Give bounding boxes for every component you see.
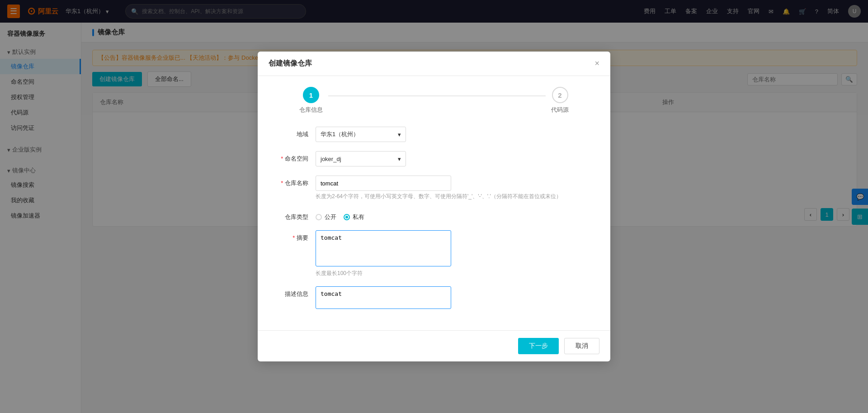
form-row-namespace: 命名空间 joker_dj ▾ bbox=[272, 151, 596, 166]
form-row-region: 地域 华东1（杭州） ▾ bbox=[272, 127, 596, 142]
repo-name-label: 仓库名称 bbox=[272, 176, 308, 187]
desc-textarea[interactable]: tomcat bbox=[316, 286, 451, 309]
chevron-down-icon: ▾ bbox=[398, 156, 401, 162]
step-2: 2 代码源 bbox=[551, 87, 569, 114]
region-label: 地域 bbox=[272, 127, 308, 138]
modal-footer: 下一步 取消 bbox=[258, 330, 610, 361]
step-1-label: 仓库信息 bbox=[299, 106, 323, 114]
modal-overlay: 创建镜像仓库 × 1 仓库信息 2 代码源 bbox=[0, 0, 868, 413]
stepper: 1 仓库信息 2 代码源 bbox=[272, 87, 596, 114]
radio-private-circle bbox=[344, 214, 350, 220]
region-select[interactable]: 华东1（杭州） ▾ bbox=[316, 127, 406, 142]
step-1-circle: 1 bbox=[303, 87, 319, 103]
close-icon[interactable]: × bbox=[594, 59, 599, 68]
cancel-button[interactable]: 取消 bbox=[564, 338, 599, 354]
repo-type-radio-group: 公开 私有 bbox=[316, 209, 596, 221]
summary-hint: 长度最长100个字符 bbox=[316, 270, 596, 277]
radio-public[interactable]: 公开 bbox=[316, 213, 336, 221]
step-1: 1 仓库信息 bbox=[299, 87, 323, 114]
next-step-button[interactable]: 下一步 bbox=[518, 338, 559, 354]
summary-textarea[interactable]: tomcat bbox=[316, 230, 451, 266]
form-row-summary: 摘要 tomcat 长度最长100个字符 bbox=[272, 230, 596, 277]
summary-label: 摘要 bbox=[272, 230, 308, 242]
radio-private[interactable]: 私有 bbox=[344, 213, 364, 221]
step-2-label: 代码源 bbox=[551, 106, 569, 114]
radio-public-circle bbox=[316, 214, 322, 220]
form-row-repo-type: 仓库类型 公开 私有 bbox=[272, 209, 596, 221]
modal-body: 1 仓库信息 2 代码源 地域 华东1（杭州） bbox=[258, 76, 610, 330]
step-2-circle: 2 bbox=[552, 87, 568, 103]
namespace-label: 命名空间 bbox=[272, 151, 308, 163]
form-row-repo-name: 仓库名称 长度为2-64个字符，可使用小写英文字母、数字、可使用分隔符'_'、'… bbox=[272, 176, 596, 200]
namespace-select[interactable]: joker_dj ▾ bbox=[316, 151, 406, 166]
modal-header: 创建镜像仓库 × bbox=[258, 52, 610, 76]
repo-type-label: 仓库类型 bbox=[272, 209, 308, 221]
repo-name-hint: 长度为2-64个字符，可使用小写英文字母、数字、可使用分隔符'_'、'-'、'.… bbox=[316, 193, 596, 200]
repo-name-input[interactable] bbox=[316, 176, 451, 191]
chevron-down-icon: ▾ bbox=[398, 131, 401, 138]
desc-label: 描述信息 bbox=[272, 286, 308, 298]
modal-title: 创建镜像仓库 bbox=[269, 59, 312, 68]
create-repo-modal: 创建镜像仓库 × 1 仓库信息 2 代码源 bbox=[258, 52, 610, 361]
form-row-desc: 描述信息 tomcat bbox=[272, 286, 596, 310]
radio-private-dot bbox=[345, 216, 348, 218]
step-line bbox=[328, 95, 546, 96]
